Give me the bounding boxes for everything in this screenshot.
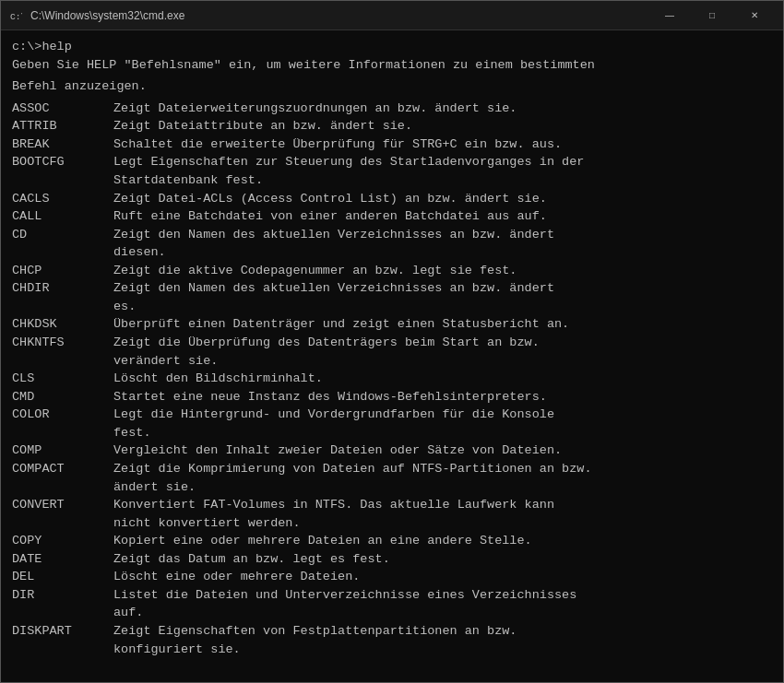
cmd-name: COMPACT: [12, 460, 113, 496]
cmd-desc: Kopiert eine oder mehrere Dateien an ein…: [113, 532, 772, 550]
table-row: ASSOCZeigt Dateierweiterungszuordnungen …: [12, 100, 772, 118]
cmd-name: CMD: [12, 388, 113, 406]
cmd-desc: Löscht den Bildschirminhalt.: [113, 370, 772, 388]
prompt-line: c:\>help: [12, 38, 772, 56]
cmd-name: CHKNTFS: [12, 334, 113, 370]
cmd-desc: Überprüft einen Datenträger und zeigt ei…: [113, 315, 772, 334]
cmd-desc: Zeigt die aktive Codepagenummer an bzw. …: [113, 262, 772, 280]
table-row: BOOTCFGLegt Eigenschaften zur Steuerung …: [12, 153, 772, 189]
cmd-desc: Zeigt Dateiattribute an bzw. ändert sie.: [113, 117, 772, 135]
cmd-name: COPY: [12, 532, 113, 550]
cmd-desc: Zeigt das Datum an bzw. legt es fest.: [113, 550, 772, 569]
table-row: DIRListet die Dateien und Unterverzeichn…: [12, 586, 772, 622]
command-list: ASSOCZeigt Dateierweiterungszuordnungen …: [12, 100, 772, 658]
table-row: DISKPARTZeigt Eigenschaften von Festplat…: [12, 622, 772, 658]
cmd-name: DIR: [12, 586, 113, 622]
table-row: CALLRuft eine Batchdatei von einer ander…: [12, 207, 772, 226]
table-row: DATEZeigt das Datum an bzw. legt es fest…: [12, 550, 772, 569]
cmd-name: DEL: [12, 568, 113, 586]
cmd-name: ATTRIB: [12, 117, 113, 135]
cmd-desc: Löscht eine oder mehrere Dateien.: [113, 568, 772, 586]
cmd-desc: Zeigt Dateierweiterungszuordnungen an bz…: [113, 100, 772, 118]
cmd-name: CONVERT: [12, 496, 113, 532]
table-row: DELLöscht eine oder mehrere Dateien.: [12, 568, 772, 586]
cmd-desc: Zeigt Eigenschaften von Festplattenparti…: [113, 622, 772, 658]
cmd-name: BREAK: [12, 135, 113, 154]
maximize-button[interactable]: □: [691, 1, 733, 30]
cmd-desc: Zeigt den Namen des aktuellen Verzeichni…: [113, 279, 772, 315]
table-row: COMPVergleicht den Inhalt zweier Dateien…: [12, 442, 772, 460]
table-row: CACLSZeigt Datei-ACLs (Access Control Li…: [12, 190, 772, 208]
cmd-desc: Zeigt die Überprüfung des Datenträgers b…: [113, 334, 772, 370]
table-row: ATTRIBZeigt Dateiattribute an bzw. änder…: [12, 117, 772, 135]
cmd-desc: Ruft eine Batchdatei von einer anderen B…: [113, 207, 772, 226]
intro-line-1: Geben Sie HELP "Befehlsname" ein, um wei…: [12, 56, 772, 75]
table-row: CHKNTFSZeigt die Überprüfung des Datentr…: [12, 334, 772, 370]
cmd-name: COLOR: [12, 406, 113, 442]
cmd-name: CLS: [12, 370, 113, 388]
cmd-table: ASSOCZeigt Dateierweiterungszuordnungen …: [12, 100, 772, 658]
cmd-icon: C:\: [8, 8, 23, 23]
cmd-desc: Vergleicht den Inhalt zweier Dateien ode…: [113, 442, 772, 460]
cmd-name: DISKPART: [12, 622, 113, 658]
table-row: COMPACTZeigt die Komprimierung von Datei…: [12, 460, 772, 496]
cmd-desc: Konvertiert FAT-Volumes in NTFS. Das akt…: [113, 496, 772, 532]
table-row: COLORLegt die Hintergrund- und Vordergru…: [12, 406, 772, 442]
cmd-desc: Startet eine neue Instanz des Windows-Be…: [113, 388, 772, 406]
window-title: C:\Windows\system32\cmd.exe: [30, 9, 648, 22]
console-body: c:\>help Geben Sie HELP "Befehlsname" ei…: [1, 30, 783, 682]
cmd-name: CHDIR: [12, 279, 113, 315]
table-row: CHDIRZeigt den Namen des aktuellen Verze…: [12, 279, 772, 315]
cmd-name: CHCP: [12, 262, 113, 280]
cmd-name: CHKDSK: [12, 315, 113, 334]
cmd-name: CD: [12, 226, 113, 262]
table-row: CHKDSKÜberprüft einen Datenträger und ze…: [12, 315, 772, 334]
cmd-desc: Legt Eigenschaften zur Steuerung des Sta…: [113, 153, 772, 189]
intro-line-2: Befehl anzuzeigen.: [12, 77, 772, 96]
table-row: CONVERTKonvertiert FAT-Volumes in NTFS. …: [12, 496, 772, 532]
table-row: BREAKSchaltet die erweiterte Überprüfung…: [12, 135, 772, 154]
cmd-desc: Legt die Hintergrund- und Vordergrundfar…: [113, 406, 772, 442]
cmd-name: COMP: [12, 442, 113, 460]
cmd-name: BOOTCFG: [12, 153, 113, 189]
titlebar-controls: — □ ✕: [648, 1, 776, 30]
cmd-desc: Zeigt Datei-ACLs (Access Control List) a…: [113, 190, 772, 208]
table-row: CLSLöscht den Bildschirminhalt.: [12, 370, 772, 388]
minimize-button[interactable]: —: [648, 1, 691, 30]
cmd-name: CACLS: [12, 190, 113, 208]
svg-text:C:\: C:\: [10, 12, 22, 22]
table-row: CHCPZeigt die aktive Codepagenummer an b…: [12, 262, 772, 280]
cmd-name: ASSOC: [12, 100, 113, 118]
cmd-name: DATE: [12, 550, 113, 569]
cmd-window: C:\ C:\Windows\system32\cmd.exe — □ ✕ c:…: [0, 0, 784, 683]
close-button[interactable]: ✕: [733, 1, 776, 30]
table-row: CMDStartet eine neue Instanz des Windows…: [12, 388, 772, 406]
table-row: COPYKopiert eine oder mehrere Dateien an…: [12, 532, 772, 550]
cmd-desc: Schaltet die erweiterte Überprüfung für …: [113, 135, 772, 154]
table-row: CDZeigt den Namen des aktuellen Verzeich…: [12, 226, 772, 262]
cmd-desc: Listet die Dateien und Unterverzeichniss…: [113, 586, 772, 622]
titlebar: C:\ C:\Windows\system32\cmd.exe — □ ✕: [1, 1, 783, 30]
cmd-desc: Zeigt den Namen des aktuellen Verzeichni…: [113, 226, 772, 262]
cmd-desc: Zeigt die Komprimierung von Dateien auf …: [113, 460, 772, 496]
cmd-name: CALL: [12, 207, 113, 226]
